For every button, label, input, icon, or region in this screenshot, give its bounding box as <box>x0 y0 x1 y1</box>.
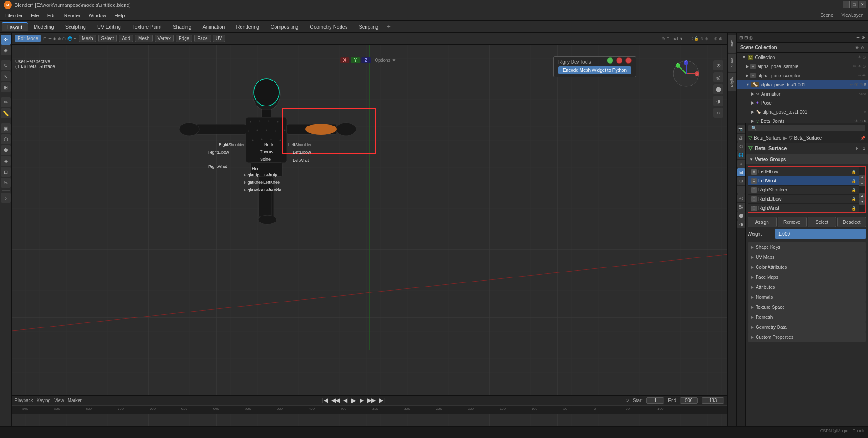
playback-menu[interactable]: Playback <box>15 398 33 403</box>
vg-lock-rightelbow[interactable]: 🔒 <box>851 197 856 201</box>
outliner-beta-joints[interactable]: ▶ ▽ Beta_Joints 👁 ⊙ 6 <box>737 116 868 123</box>
shear-tool[interactable]: ⬦ <box>1 193 11 203</box>
menu-file[interactable]: File <box>27 12 43 19</box>
mesh-menu[interactable]: Mesh <box>79 35 96 42</box>
edge-menu[interactable]: Edge <box>176 35 192 42</box>
tab-geometry-nodes[interactable]: Geometry Nodes <box>304 22 353 31</box>
vertex-menu[interactable]: Vertex <box>155 35 174 42</box>
vg-item-rightelbow[interactable]: ⊞ RightElbow 🔒 <box>748 194 859 203</box>
bevel-tool[interactable]: ◈ <box>1 156 11 166</box>
color-attributes-header[interactable]: ▶ Color Attributes <box>748 262 866 272</box>
menu-window[interactable]: Window <box>85 12 110 19</box>
output-props-tab[interactable]: 🖨 <box>737 134 745 142</box>
next-frame[interactable]: ▶ <box>360 397 364 403</box>
vg-lock-leftelbow[interactable]: 🔒 <box>851 170 856 174</box>
item-tab[interactable]: Item <box>728 35 736 53</box>
remesh-header[interactable]: ▶ Remesh <box>748 312 866 322</box>
menu-help[interactable]: Help <box>111 12 129 19</box>
current-frame[interactable]: 183 <box>702 397 724 404</box>
tab-shading[interactable]: Shading <box>167 22 196 31</box>
vg-item-leftelbow[interactable]: ⊞ LeftElbow 🔒 <box>748 167 859 176</box>
outliner-collection[interactable]: ▼ C Collection 👁 ⊙ <box>737 53 868 62</box>
outliner-alpha-pose-test-data[interactable]: ▶ 🦴 alpha_pose_test1.001 6 <box>737 107 868 116</box>
view-menu[interactable]: View <box>54 398 64 403</box>
vg-down-btn[interactable]: ▼ <box>859 199 865 205</box>
view-tab[interactable]: View <box>728 54 736 72</box>
menu-blender[interactable]: Blender <box>2 12 26 19</box>
cursor-tool[interactable]: ✛ <box>1 35 11 45</box>
fake-user-btn[interactable]: F <box>856 146 858 151</box>
outliner-alpha-pose-samplex[interactable]: ▶ A alpha_pose_samplex ✏ 👁 <box>737 71 868 80</box>
scene-props-tab[interactable]: 🌐 <box>737 151 745 159</box>
edit-mode-selector[interactable]: Edit Mode <box>15 35 41 42</box>
face-menu[interactable]: Face <box>194 35 211 42</box>
prev-frame[interactable]: ◀ <box>343 397 347 403</box>
face-maps-header[interactable]: ▶ Face Maps <box>748 272 866 282</box>
next-keyframe[interactable]: ▶▶ <box>367 397 376 403</box>
vertex-groups-header[interactable]: ▼ Vertex Groups <box>746 154 868 164</box>
scale-tool[interactable]: ⤡ <box>1 71 11 81</box>
add-workspace-button[interactable]: + <box>384 22 393 31</box>
attributes-header[interactable]: ▶ Attributes <box>748 282 866 292</box>
shading-solid[interactable]: ⬤ <box>713 84 723 94</box>
start-frame[interactable]: 1 <box>646 397 664 404</box>
uv-maps-header[interactable]: ▶ UV Maps <box>748 252 866 262</box>
add-menu[interactable]: Add <box>119 35 133 42</box>
extrude-tool[interactable]: ⬡ <box>1 134 11 144</box>
vg-remove-btn[interactable]: − <box>859 181 865 186</box>
vg-item-rightshoulder[interactable]: ⊞ RightShoulder 🔒 <box>748 185 859 194</box>
minimize-button[interactable]: ─ <box>843 1 850 8</box>
normals-header[interactable]: ▶ Normals <box>748 292 866 302</box>
material-tab[interactable]: ◑ <box>737 220 745 228</box>
shading-render[interactable]: ○ <box>713 108 723 118</box>
render-props-tab[interactable]: 📷 <box>737 125 745 133</box>
modifier-tab[interactable]: ⊞ <box>737 177 745 185</box>
menu-render[interactable]: Render <box>60 12 84 19</box>
texture-space-header[interactable]: ▶ Texture Space <box>748 302 866 312</box>
vg-item-leftwrist[interactable]: ⊞ LeftWrist 🔒 <box>748 176 859 185</box>
move-tool[interactable]: ⊕ <box>1 45 11 55</box>
rigify-tab[interactable]: Rigify <box>728 73 736 91</box>
outliner-filter[interactable]: ☰ <box>856 35 860 40</box>
view-layer-tab[interactable]: ⬡ <box>737 142 745 151</box>
play-button[interactable]: ▶ <box>351 397 356 404</box>
eye-icon-col[interactable]: 👁 <box>855 45 859 50</box>
vg-lock-rightwrist[interactable]: 🔒 <box>851 206 856 211</box>
shading-material[interactable]: ◑ <box>713 96 723 106</box>
geometry-data-header[interactable]: ▶ Geometry Data <box>748 322 866 332</box>
end-frame[interactable]: 500 <box>680 397 698 404</box>
tab-animation[interactable]: Animation <box>197 22 231 31</box>
menu-edit[interactable]: Edit <box>44 12 60 19</box>
outliner-alpha-pose-test[interactable]: ▼ 🦴 alpha_pose_test1.001 ✏ 👁 ⊙ 6 <box>737 80 868 89</box>
restrict-icon[interactable]: ⊙ <box>861 45 864 50</box>
vg-lock-rightshoulder[interactable]: 🔒 <box>851 188 856 192</box>
viewport-canvas[interactable]: User Perspective (183) Beta_Surface <box>12 45 727 426</box>
x-axis-btn[interactable]: X <box>340 57 350 63</box>
tab-rendering[interactable]: Rendering <box>231 22 265 31</box>
constraint-tab[interactable]: ⛓ <box>737 203 745 211</box>
object-data-tab[interactable]: ⊟ <box>737 168 745 176</box>
transform-tool[interactable]: ⊞ <box>1 82 11 92</box>
knife-tool[interactable]: ✂ <box>1 178 11 188</box>
object-tab[interactable]: ⬤ <box>737 211 745 220</box>
close-button[interactable]: ✕ <box>859 1 866 8</box>
maximize-button[interactable]: □ <box>851 1 858 8</box>
measure-tool[interactable]: 📏 <box>1 108 11 118</box>
loop-cut-tool[interactable]: ⊟ <box>1 167 11 177</box>
tab-scripting[interactable]: Scripting <box>353 22 384 31</box>
rotate-tool[interactable]: ↻ <box>1 60 11 70</box>
jump-end[interactable]: ▶| <box>379 397 385 403</box>
marker-menu[interactable]: Marker <box>68 398 82 403</box>
viewport-area[interactable]: Edit Mode ⊡ ☰ ◉ ⊕ ⬡ 🌐 ✦ Mesh Select Add … <box>12 33 727 426</box>
vg-lock-leftwrist[interactable]: 🔒 <box>851 179 856 183</box>
world-props-tab[interactable]: ○ <box>737 160 745 168</box>
tab-layout[interactable]: Layout <box>2 22 28 31</box>
add-cube[interactable]: ▣ <box>1 123 11 133</box>
deselect-button[interactable]: Deselect <box>837 217 866 227</box>
tab-uv-editing[interactable]: UV Editing <box>92 22 126 31</box>
shape-keys-header[interactable]: ▶ Shape Keys <box>748 242 866 252</box>
encode-mesh-button[interactable]: Encode Mesh Widget to Python <box>558 66 631 74</box>
options-btn[interactable]: Options ▼ <box>372 57 399 63</box>
mesh-menu2[interactable]: Mesh <box>135 35 152 42</box>
prev-keyframe[interactable]: ◀◀ <box>331 397 340 403</box>
